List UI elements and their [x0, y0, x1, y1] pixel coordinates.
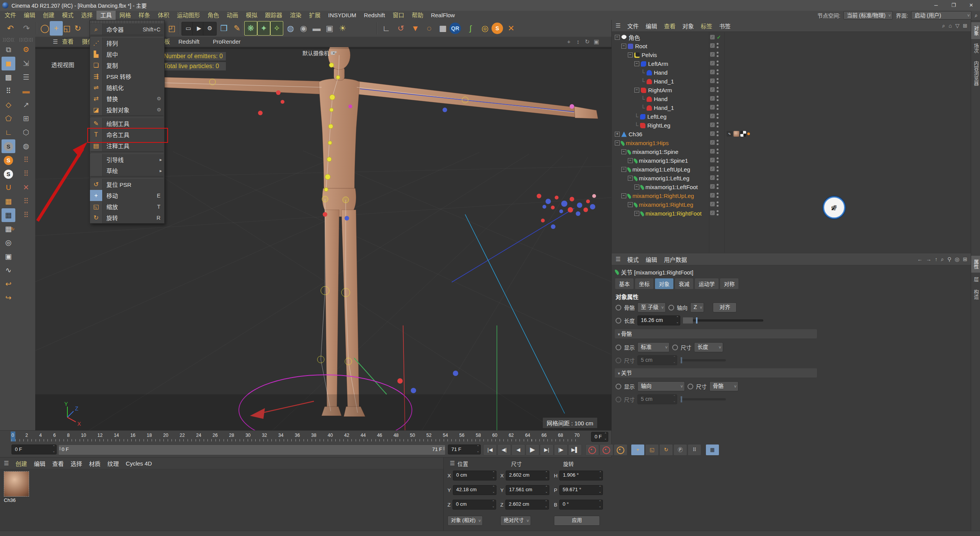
panel-menu-纹理[interactable]: 纹理 [104, 459, 122, 467]
rect-gizmo-icon[interactable]: ▣ [2, 250, 15, 263]
arc-arrow-right-icon[interactable]: ↪ [2, 291, 15, 305]
lasso-icon[interactable]: ∿ [2, 263, 15, 277]
s-badge-icon[interactable]: S [492, 23, 503, 34]
gear-icon[interactable]: ⚙ [157, 96, 164, 101]
panel-menu-书签[interactable]: 书签 [716, 22, 734, 30]
visibility-tag-icon[interactable]: ∕ [710, 149, 715, 154]
editor-visibility-dots[interactable] [717, 113, 719, 119]
palette-dots-icon-4[interactable]: ⠿ [19, 208, 33, 222]
field-icon[interactable]: ◉ [297, 21, 310, 36]
visibility-tag-icon[interactable]: ∕ [710, 131, 715, 136]
viewport-menu-ProRender[interactable]: ProRender [213, 37, 241, 47]
apply-button[interactable]: 应用 [554, 516, 600, 526]
simulate-icon[interactable]: ◍ [284, 21, 297, 36]
tree-expand-toggle[interactable]: − [628, 202, 633, 207]
param-radio[interactable] [616, 384, 621, 389]
coord-value-input[interactable]: 2.602 cm [505, 500, 549, 510]
bone-size-select[interactable]: 长度 [694, 342, 723, 352]
visibility-tag-icon[interactable]: ∕ [710, 87, 715, 92]
visibility-tag-icon[interactable]: ∕ [710, 211, 715, 215]
coord-value-input[interactable]: 0 ° [559, 500, 603, 510]
tree-expand-toggle[interactable]: − [621, 44, 626, 49]
panel-menu-对象[interactable]: 对象 [679, 22, 697, 30]
toggle-view-icon[interactable]: ▣ [593, 38, 600, 45]
menu-跟踪器[interactable]: 跟踪器 [261, 11, 286, 20]
visibility-tag-icon[interactable]: ∕ [710, 175, 715, 180]
tree-row[interactable]: └Hand∕ [612, 95, 980, 103]
floor-icon[interactable]: ▬ [310, 21, 323, 36]
tools-menu-item-绘制工具[interactable]: ✎绘制工具 [90, 118, 164, 129]
panel-grip-icon[interactable]: ☰ [616, 256, 621, 263]
forward-icon[interactable]: → [926, 256, 931, 262]
menu-运动图形[interactable]: 运动图形 [173, 11, 204, 20]
editor-visibility-dots[interactable] [717, 149, 719, 154]
gear-icon[interactable]: ⚙ [157, 107, 164, 113]
visibility-tag-icon[interactable]: ∕ [710, 52, 715, 57]
palette-dots-icon-1[interactable]: ⠿ [19, 153, 33, 167]
attr-tab-对称[interactable]: 对称 [720, 278, 739, 289]
next-key-button[interactable]: |▶ [554, 444, 568, 456]
minimize-button[interactable]: ─ [927, 0, 945, 11]
coord-value-input[interactable]: 17.561 cm [506, 485, 549, 495]
tree-row[interactable]: −mixamorig1:RightLeg∕ [612, 200, 980, 209]
tree-expand-toggle[interactable]: − [628, 176, 633, 181]
undo-icon[interactable]: ↶ [4, 21, 17, 36]
tree-row[interactable]: └Hand_1∕ [612, 77, 980, 86]
param-radio[interactable] [688, 384, 693, 389]
panel-grip-icon[interactable]: ☰ [616, 22, 621, 29]
prev-frame-button[interactable]: ◀ [511, 444, 525, 456]
editor-visibility-dots[interactable] [717, 193, 719, 198]
editor-visibility-dots[interactable] [717, 87, 719, 92]
search-icon[interactable]: ⌕ [942, 23, 945, 29]
drop-to-floor-icon[interactable]: ▼ [409, 21, 422, 36]
menu-选择[interactable]: 选择 [77, 11, 96, 20]
length-input[interactable]: 16.26 cm [637, 315, 680, 325]
workplane-grid-icon[interactable]: ▦ [2, 194, 15, 208]
live-selection-icon[interactable]: ◯ [38, 21, 51, 36]
workplane-icon[interactable]: ∟ [380, 21, 393, 36]
key-parameter-toggle[interactable]: Ⓟ [673, 444, 687, 456]
render-settings-icon[interactable]: ⚙ [203, 22, 217, 36]
tree-row[interactable]: −Pelvis∕ [612, 51, 980, 59]
bone-select[interactable]: 至 子级 [637, 302, 666, 312]
snap-dynamic-icon[interactable]: S [2, 167, 15, 181]
menu-工具[interactable]: 工具 [96, 11, 116, 20]
menu-文件[interactable]: 文件 [1, 11, 20, 20]
reset-psr-icon[interactable]: ↺ [394, 21, 407, 36]
enabled-check-icon[interactable]: ✓ [717, 34, 721, 40]
tree-row[interactable]: −Root∕ [612, 42, 980, 51]
texture-mode-icon[interactable]: ▩ [2, 70, 15, 84]
iso-cube-icon[interactable]: ⬡ [19, 126, 33, 139]
panel-grip-icon[interactable]: ☰ [4, 460, 9, 467]
menu-角色[interactable]: 角色 [204, 11, 223, 20]
panel-menu-编辑[interactable]: 编辑 [30, 459, 49, 467]
point-mode-icon[interactable]: ⠿ [2, 84, 15, 98]
tools-menu-item-移动[interactable]: +移动E [90, 190, 164, 201]
tree-row[interactable]: └Hand_1∕ [612, 103, 980, 112]
panel-menu-模式[interactable]: 模式 [624, 255, 642, 263]
up-icon[interactable]: ↑ [935, 256, 938, 262]
qr-badge-icon[interactable]: QR [449, 23, 461, 34]
tag-icon[interactable] [733, 131, 739, 137]
tools-menu-item-旋转[interactable]: ↻旋转R [90, 212, 164, 223]
editor-visibility-dots[interactable] [717, 175, 719, 180]
visibility-tag-icon[interactable]: ∕ [710, 123, 715, 127]
menu-Redshift[interactable]: Redshift [360, 11, 389, 20]
prev-key-button[interactable]: ◀| [497, 444, 511, 456]
menu-模拟[interactable]: 模拟 [242, 11, 261, 20]
panel-menu-选择[interactable]: 选择 [67, 459, 86, 467]
tab-content-browser[interactable]: 内容浏览器 [971, 57, 980, 89]
panel-menu-创建[interactable]: 创建 [12, 459, 30, 467]
coord-value-input[interactable]: 42.18 cm [453, 485, 497, 495]
material-name[interactable]: Ch36 [4, 497, 16, 503]
editor-visibility-dots[interactable] [717, 78, 719, 83]
visibility-tag-icon[interactable]: ∕ [710, 202, 715, 206]
tools-menu-item-替换[interactable]: ⇄替换⚙ [90, 93, 164, 104]
coordinate-system-icon[interactable]: ◰ [165, 21, 178, 36]
brown-box-icon[interactable]: ▬ [19, 84, 33, 98]
tag-icon[interactable] [740, 131, 746, 137]
menu-编辑[interactable]: 编辑 [20, 11, 39, 20]
autokey-button[interactable] [599, 444, 613, 456]
redo-icon[interactable]: ↷ [20, 21, 33, 36]
bone-display-select[interactable]: 标准 [637, 342, 670, 352]
